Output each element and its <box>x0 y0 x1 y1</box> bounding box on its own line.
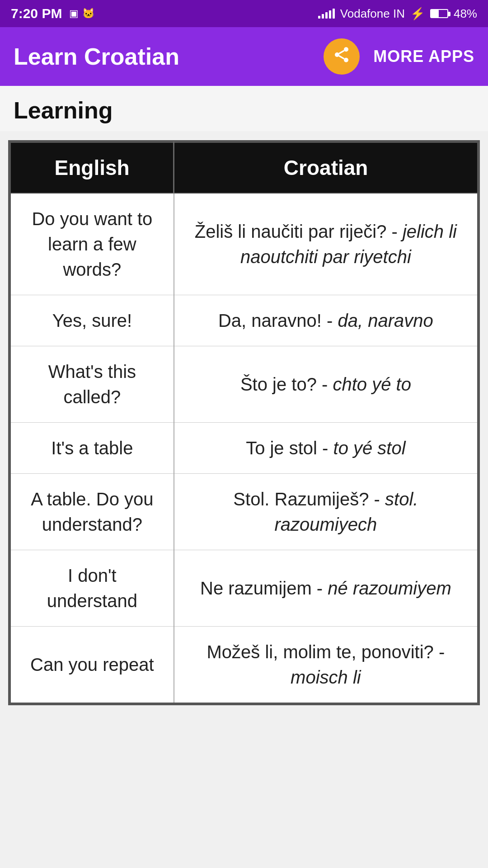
table-header-row: English Croatian <box>10 142 478 193</box>
share-button[interactable] <box>324 38 360 75</box>
section-title: Learning <box>0 86 488 131</box>
table-body: Do you want to learn a few words?Želiš l… <box>10 193 478 703</box>
status-left: 7:20 PM ▣ 🐱 <box>11 6 94 21</box>
english-cell: It's a table <box>10 423 174 474</box>
english-cell: Can you repeat <box>10 627 174 703</box>
croatian-cell: Ne razumijem - né razoumiyem <box>174 550 478 627</box>
notification-icon: 🐱 <box>82 8 94 19</box>
english-cell: A table. Do you understand? <box>10 474 174 550</box>
croatian-cell: Što je to? - chto yé to <box>174 346 478 423</box>
status-icons: ▣ 🐱 <box>69 8 94 19</box>
vocabulary-table: English Croatian Do you want to learn a … <box>9 142 479 704</box>
croatian-cell: Da, naravno! - da, naravno <box>174 295 478 346</box>
status-time: 7:20 PM <box>11 6 62 21</box>
croatian-cell: Stol. Razumiješ? - stol. razoumiyech <box>174 474 478 550</box>
table-row: What's this called?Što je to? - chto yé … <box>10 346 478 423</box>
english-column-header: English <box>10 142 174 193</box>
charging-icon: ⚡ <box>410 7 425 21</box>
table-row: Do you want to learn a few words?Želiš l… <box>10 193 478 295</box>
english-cell: Do you want to learn a few words? <box>10 193 174 295</box>
carrier-name: Vodafone IN <box>340 7 405 21</box>
croatian-cell: Želiš li naučiti par riječi? - jelich li… <box>174 193 478 295</box>
toolbar: Learn Croatian MORE APPS <box>0 27 488 86</box>
sim-icon: ▣ <box>69 8 79 19</box>
battery-icon <box>430 9 448 18</box>
table-row: I don't understandNe razumijem - né razo… <box>10 550 478 627</box>
croatian-cell: Možeš li, molim te, ponoviti? - moisch l… <box>174 627 478 703</box>
status-right: Vodafone IN ⚡ 48% <box>318 7 477 21</box>
table-row: Yes, sure!Da, naravno! - da, naravno <box>10 295 478 346</box>
svg-point-0 <box>344 47 348 52</box>
toolbar-actions: MORE APPS <box>324 38 474 75</box>
table-row: Can you repeatMožeš li, molim te, ponovi… <box>10 627 478 703</box>
croatian-column-header: Croatian <box>174 142 478 193</box>
svg-line-3 <box>339 56 344 59</box>
english-cell: I don't understand <box>10 550 174 627</box>
vocabulary-table-container: English Croatian Do you want to learn a … <box>8 140 480 705</box>
svg-point-1 <box>335 52 339 57</box>
english-cell: Yes, sure! <box>10 295 174 346</box>
table-row: It's a tableTo je stol - to yé stol <box>10 423 478 474</box>
signal-icon <box>318 9 335 19</box>
more-apps-button[interactable]: MORE APPS <box>373 47 474 66</box>
svg-line-4 <box>339 50 344 53</box>
battery-percent: 48% <box>454 7 477 21</box>
english-cell: What's this called? <box>10 346 174 423</box>
app-title: Learn Croatian <box>14 43 179 70</box>
croatian-cell: To je stol - to yé stol <box>174 423 478 474</box>
share-icon <box>333 46 351 68</box>
status-bar: 7:20 PM ▣ 🐱 Vodafone IN ⚡ 48% <box>0 0 488 27</box>
table-row: A table. Do you understand?Stol. Razumij… <box>10 474 478 550</box>
svg-point-2 <box>344 57 348 62</box>
